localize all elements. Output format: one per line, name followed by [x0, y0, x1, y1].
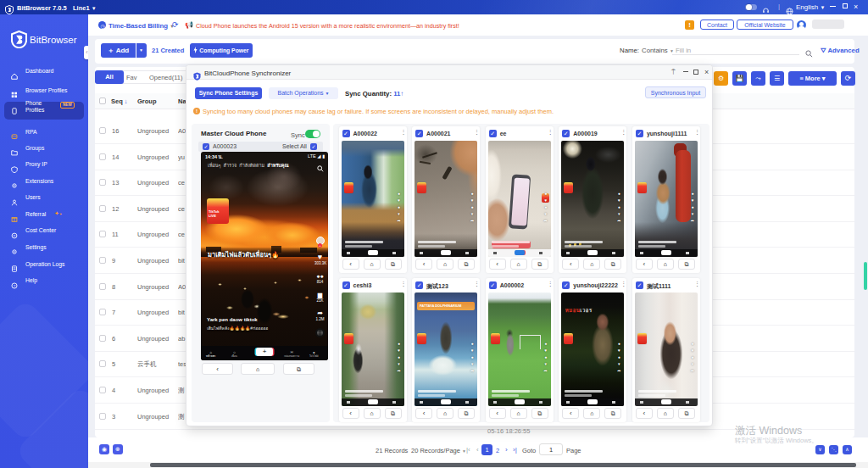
svg-text:?: ? — [14, 283, 16, 287]
